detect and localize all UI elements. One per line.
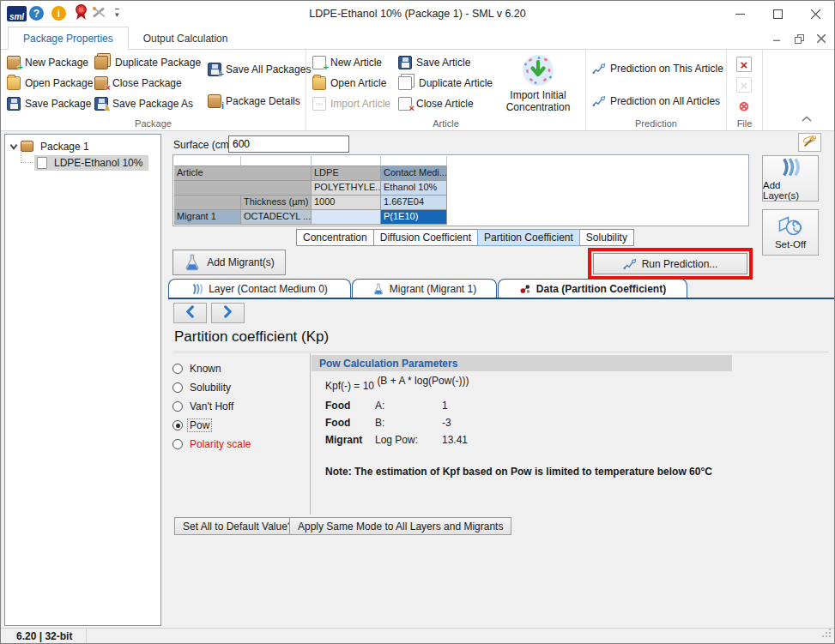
grid-cell[interactable]: Article bbox=[174, 166, 312, 181]
button-label: Prediction on All Articles bbox=[610, 95, 720, 107]
param-scope: Food bbox=[325, 400, 375, 412]
button-label: Save Article bbox=[416, 57, 470, 69]
set-off-button[interactable]: Set-Off bbox=[762, 209, 819, 256]
child-close-button[interactable] bbox=[814, 33, 829, 45]
grid-cell[interactable]: LDPE bbox=[312, 166, 381, 181]
new-package-button[interactable]: +New Package bbox=[3, 53, 89, 72]
set-default-button[interactable]: Set All to Default Value? bbox=[174, 517, 302, 535]
maximize-button[interactable] bbox=[759, 1, 796, 27]
radio-van-t-hoff[interactable]: Van't Hoff bbox=[172, 397, 303, 416]
tab-partition-coefficient[interactable]: Partition Coefficient bbox=[477, 229, 580, 246]
close-all-files-button[interactable]: × bbox=[733, 75, 755, 94]
radio-polarity-scale[interactable]: Polarity scale bbox=[172, 435, 303, 454]
radio-pow[interactable]: Pow bbox=[172, 416, 303, 435]
save-article-button[interactable]: Save Article bbox=[395, 53, 493, 72]
tab-diffusion-coefficient[interactable]: Diffusion Coefficient bbox=[373, 229, 478, 246]
tree-item-article[interactable]: LDPE-Ethanol 10% bbox=[5, 154, 160, 171]
ribbon-tab-output-calculation[interactable]: Output Calculation bbox=[129, 27, 243, 50]
chevron-down-icon[interactable] bbox=[9, 141, 19, 152]
page-close-icon: × bbox=[398, 97, 412, 111]
minimize-button[interactable] bbox=[721, 1, 759, 27]
settings-button[interactable] bbox=[91, 5, 107, 21]
heading-rule bbox=[172, 352, 829, 352]
resize-grip-icon[interactable] bbox=[821, 628, 832, 641]
ribbon-collapse-button[interactable] bbox=[802, 113, 812, 125]
grid-cell[interactable]: Contact Medi... bbox=[381, 166, 447, 181]
next-button[interactable] bbox=[211, 303, 245, 323]
grid-cell[interactable] bbox=[174, 181, 312, 196]
button-label: Save Package As bbox=[112, 98, 193, 110]
ribbon-tab-row: Package PropertiesOutput Calculation bbox=[1, 27, 834, 50]
grid-cell[interactable]: POLYETHYLE... bbox=[312, 181, 381, 196]
prediction-on-this-article-button[interactable]: Prediction on This Article bbox=[589, 59, 723, 78]
cancel-button[interactable]: ⊗ bbox=[734, 96, 754, 115]
button-label: New Package bbox=[25, 57, 88, 69]
radio-known[interactable]: Known bbox=[172, 359, 303, 378]
subtab-data-partition-coefficient[interactable]: Data (Partition Coefficient) bbox=[498, 279, 687, 298]
tab-solubility[interactable]: Solubility bbox=[579, 229, 634, 246]
license-button[interactable] bbox=[73, 5, 89, 21]
help-button[interactable]: ? bbox=[28, 5, 45, 21]
grid-cell[interactable] bbox=[312, 210, 381, 225]
ribbon-group-article: +New ArticleOpen ArticlecsvImport Articl… bbox=[306, 50, 586, 130]
tab-concentration[interactable]: Concentration bbox=[296, 229, 374, 246]
new-article-button[interactable]: +New Article bbox=[309, 53, 393, 72]
param-row: MigrantLog Pow:13.41 bbox=[325, 431, 468, 448]
title-bar: sml ? i ▾ LDPE-Ethanol 10% (Package 1) -… bbox=[1, 1, 834, 27]
grid-cell[interactable]: 1000 bbox=[312, 196, 381, 210]
grid-header-cell bbox=[241, 156, 312, 166]
child-restore-button[interactable] bbox=[791, 33, 807, 45]
save-all-packages-button[interactable]: +Save All Packages bbox=[204, 60, 302, 79]
param-name: Log Pow: bbox=[375, 434, 442, 446]
duplicate-article-button[interactable]: Duplicate Article bbox=[395, 74, 493, 93]
status-divider bbox=[86, 629, 87, 643]
subtab-label: Layer (Contact Medium 0) bbox=[209, 283, 328, 295]
close-package-button[interactable]: ×Close Package bbox=[91, 74, 203, 93]
chevron-left-icon bbox=[185, 305, 196, 321]
package-tree: Package 1 LDPE-Ethanol 10% bbox=[4, 134, 161, 626]
quick-access-more-button[interactable]: ▾ bbox=[115, 9, 119, 19]
conc-icon bbox=[522, 54, 554, 87]
set-off-label: Set-Off bbox=[775, 239, 806, 250]
button-label: Close Article bbox=[416, 98, 474, 110]
grid-cell[interactable] bbox=[174, 196, 241, 210]
folder-icon bbox=[312, 76, 326, 90]
app-window: sml ? i ▾ LDPE-Ethanol 10% (Package 1) -… bbox=[0, 0, 835, 644]
detail-subtabs: Layer (Contact Medium 0)Migrant (Migrant… bbox=[168, 279, 834, 299]
child-minimize-button[interactable] bbox=[769, 33, 784, 45]
close-file-button[interactable]: × bbox=[733, 55, 755, 74]
subtab-layer-contact-medium-0[interactable]: Layer (Contact Medium 0) bbox=[168, 279, 351, 298]
ribbon-tab-package-properties[interactable]: Package Properties bbox=[8, 27, 129, 50]
radio-solubility[interactable]: Solubility bbox=[172, 378, 303, 397]
wizard-button[interactable] bbox=[798, 133, 821, 152]
package-details-button[interactable]: iPackage Details bbox=[204, 92, 302, 111]
subtab-underline bbox=[168, 298, 834, 299]
close-button[interactable] bbox=[796, 1, 834, 27]
save-package-button[interactable]: Save Package bbox=[3, 94, 89, 113]
add-migrants-button[interactable]: Add Migrant(s) bbox=[172, 250, 286, 275]
apply-same-mode-button[interactable]: Apply Same Mode to All Layers and Migran… bbox=[289, 517, 511, 535]
surface-input[interactable] bbox=[228, 135, 349, 153]
open-article-button[interactable]: Open Article bbox=[309, 74, 393, 93]
add-layers-button[interactable]: Add Layer(s) bbox=[762, 155, 819, 202]
close-article-button[interactable]: ×Close Article bbox=[395, 94, 493, 113]
grid-cell[interactable]: 1.667E04 bbox=[381, 196, 447, 210]
page-plus-icon: + bbox=[312, 56, 326, 69]
prediction-on-all-articles-button[interactable]: Prediction on All Articles bbox=[589, 92, 723, 111]
button-label: Open Package bbox=[25, 77, 93, 89]
previous-button[interactable] bbox=[173, 303, 207, 323]
tree-item-label: Package 1 bbox=[37, 140, 93, 153]
about-button[interactable]: i bbox=[51, 5, 67, 21]
save-package-as-button[interactable]: ✎Save Package As bbox=[91, 94, 203, 113]
import-initial-concentration-button[interactable]: Import Initial Concentration bbox=[493, 51, 583, 118]
grid-cell[interactable]: OCTADECYL ... bbox=[241, 210, 312, 225]
subtab-migrant-migrant-1[interactable]: Migrant (Migrant 1) bbox=[352, 279, 497, 298]
grid-cell[interactable]: P(1E10) bbox=[381, 210, 447, 225]
grid-cell[interactable]: Ethanol 10% bbox=[381, 181, 447, 196]
open-package-button[interactable]: Open Package bbox=[3, 74, 89, 93]
grid-cell[interactable]: Migrant 1 bbox=[174, 210, 241, 225]
duplicate-package-button[interactable]: Duplicate Package bbox=[91, 53, 203, 72]
run-prediction-button[interactable]: Run Prediction... bbox=[593, 253, 747, 274]
grid-cell[interactable]: Thickness (µm) bbox=[241, 196, 312, 210]
import-article-button[interactable]: csvImport Article bbox=[309, 94, 393, 113]
